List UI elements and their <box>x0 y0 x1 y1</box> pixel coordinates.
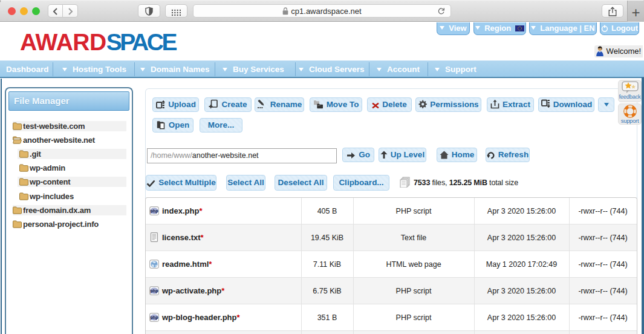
svg-text:php: php <box>151 289 158 293</box>
svg-text:php: php <box>151 315 158 320</box>
svg-text:php: php <box>151 209 158 214</box>
